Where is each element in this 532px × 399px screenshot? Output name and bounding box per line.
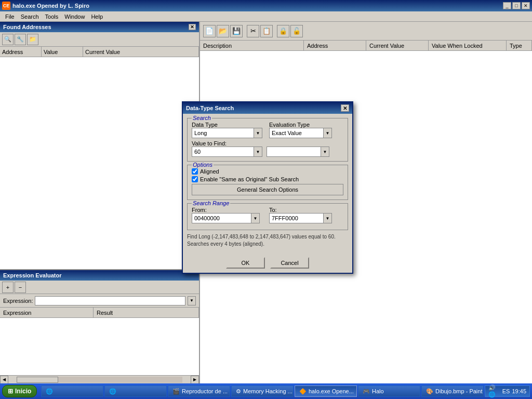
to-select-box[interactable]: 7FFF0000 (269, 213, 324, 223)
value-find-second-arrow[interactable]: ▼ (321, 147, 329, 157)
taskbar-task-halo[interactable]: 🔶 halo.exe Opene... (295, 385, 357, 397)
unlock-btn[interactable]: 🔓 (290, 25, 303, 37)
taskbar-task-ie2[interactable]: 🌐 (104, 385, 167, 397)
general-search-options-btn[interactable]: General Search Options (192, 184, 343, 195)
taskbar-task-ie1[interactable]: 🌐 (41, 385, 103, 397)
data-type-select-wrap: Long ▼ (192, 128, 266, 138)
col-current-value: Current Value (83, 47, 199, 57)
taskbar-task-memory[interactable]: ⚙ Memory Hacking ... (231, 385, 294, 397)
taskbar-task-paint[interactable]: 🎨 Dibujo.bmp - Paint (421, 385, 484, 397)
found-addresses-content (0, 57, 199, 269)
from-dropdown-arrow[interactable]: ▼ (251, 213, 260, 223)
search-section: Search Data Type Long ▼ Evaluation Type … (187, 118, 348, 162)
menu-help[interactable]: Help (88, 12, 106, 21)
value-find-row: Value to Find: 60 ▼ ▼ (192, 140, 343, 157)
aligned-row: Aligned (192, 168, 343, 175)
ok-button[interactable]: OK (226, 257, 265, 269)
same-as-original-row: Enable "Same as Original" Sub Search (192, 176, 343, 182)
search-range-section: Search Range From: 00400000 ▼ To: 7FFF00… (187, 203, 348, 230)
reproductor-label: Reproductor de ... (182, 388, 228, 394)
data-type-select-box[interactable]: Long (192, 128, 254, 138)
data-type-group: Data Type Long ▼ (192, 122, 266, 138)
found-addresses-close[interactable]: ✕ (189, 24, 196, 30)
memory-icon: ⚙ (236, 388, 241, 395)
scroll-thumb[interactable] (17, 377, 58, 383)
new-doc-btn[interactable]: 📄 (203, 25, 216, 37)
cut-btn[interactable]: ✂ (247, 25, 259, 37)
search-btn[interactable]: 🔍 (2, 34, 14, 45)
value-find-box[interactable]: 60 (192, 147, 254, 157)
ie1-icon: 🌐 (46, 388, 53, 395)
from-select-box[interactable]: 00400000 (192, 213, 251, 223)
to-dropdown-arrow[interactable]: ▼ (324, 213, 332, 223)
cancel-button[interactable]: Cancel (270, 257, 309, 269)
to-group: To: 7FFF0000 ▼ (269, 207, 343, 223)
expression-row: Expression: ▼ (0, 294, 199, 308)
systray-time: 19:45 (512, 388, 526, 394)
wrench-btn[interactable]: 🔧 (15, 34, 26, 45)
start-button[interactable]: ⊞ Inicio (2, 385, 37, 397)
from-group: From: 00400000 ▼ (192, 207, 266, 223)
eval-type-select-box[interactable]: Exact Value (269, 128, 324, 138)
scroll-right[interactable]: ▶ (191, 376, 199, 384)
folder-btn[interactable]: 📁 (27, 34, 38, 45)
options-section-title: Options (192, 162, 214, 168)
value-find-second-box[interactable] (267, 147, 321, 157)
scrollbar-horizontal[interactable]: ◀ ▶ (0, 375, 199, 383)
reproductor-icon: 🎬 (172, 388, 180, 395)
menu-search[interactable]: Search (18, 12, 42, 21)
eval-type-select-wrap: Exact Value ▼ (269, 128, 343, 138)
expression-evaluator-panel: Expression Evaluator + − Expression: ▼ E… (0, 269, 199, 383)
open-btn[interactable]: 📂 (217, 25, 229, 37)
to-label: To: (269, 207, 343, 213)
dialog-footer: OK Cancel (183, 255, 352, 273)
scroll-track (17, 377, 182, 383)
taskbar-task-halo2[interactable]: 🎮 Halo (358, 385, 420, 397)
systray-lang: ES (502, 388, 510, 394)
value-find-arrow[interactable]: ▼ (254, 147, 262, 157)
expression-input[interactable] (35, 296, 185, 305)
menu-window[interactable]: Window (61, 12, 88, 21)
remove-expr-btn[interactable]: − (15, 282, 26, 293)
start-icon: ⊞ (8, 388, 13, 395)
expr-table-header: Expression Result (0, 308, 199, 318)
same-as-original-label: Enable "Same as Original" Sub Search (200, 176, 299, 182)
lock-btn[interactable]: 🔒 (277, 25, 289, 37)
value-find-second-wrap: ▼ (267, 147, 329, 157)
menu-tools[interactable]: Tools (42, 12, 62, 21)
right-toolbar: 📄 📂 💾 ✂ 📋 🔒 🔓 (200, 22, 532, 41)
halo2-label: Halo (372, 388, 384, 394)
save-btn[interactable]: 💾 (230, 25, 243, 37)
right-table-header: Description Address Current Value Value … (200, 41, 532, 51)
taskbar-right: 🔊 🌐 ES 19:45 (485, 385, 530, 397)
paste-btn[interactable]: 📋 (260, 25, 273, 37)
taskbar-task-reproductor[interactable]: 🎬 Reproductor de ... (168, 385, 230, 397)
expression-dropdown[interactable]: ▼ (188, 296, 196, 305)
right-col-description: Description (200, 41, 304, 50)
value-find-inputs: 60 ▼ ▼ (192, 147, 343, 157)
paint-label: Dibujo.bmp - Paint (435, 388, 483, 394)
eval-type-dropdown-arrow[interactable]: ▼ (324, 128, 332, 138)
menu-file[interactable]: File (2, 12, 18, 21)
options-section: Options Aligned Enable "Same as Original… (187, 165, 348, 200)
window-controls: _ □ ✕ (503, 2, 530, 9)
ie2-icon: 🌐 (109, 388, 116, 395)
scroll-left[interactable]: ◀ (0, 376, 8, 384)
search-range-title: Search Range (192, 200, 230, 206)
expr-col-result: Result (94, 308, 199, 317)
aligned-checkbox[interactable] (192, 168, 198, 175)
dialog-close-btn[interactable]: ✕ (341, 104, 349, 112)
close-button[interactable]: ✕ (522, 2, 530, 9)
right-col-address: Address (304, 41, 366, 50)
dialog-titlebar: Data-Type Search ✕ (183, 102, 352, 114)
add-expr-btn[interactable]: + (2, 282, 14, 293)
restore-button[interactable]: □ (512, 2, 521, 9)
data-type-search-dialog: Data-Type Search ✕ Search Data Type Long… (182, 101, 353, 274)
memory-label: Memory Hacking ... (243, 388, 292, 394)
systray-icons: 🔊 🌐 (488, 384, 500, 398)
same-as-original-checkbox[interactable] (192, 176, 198, 182)
to-select-wrap: 7FFF0000 ▼ (269, 213, 343, 223)
minimize-button[interactable]: _ (503, 2, 511, 9)
data-type-dropdown-arrow[interactable]: ▼ (254, 128, 262, 138)
title-bar: CE halo.exe Opened by L. Spiro _ □ ✕ (0, 0, 532, 11)
